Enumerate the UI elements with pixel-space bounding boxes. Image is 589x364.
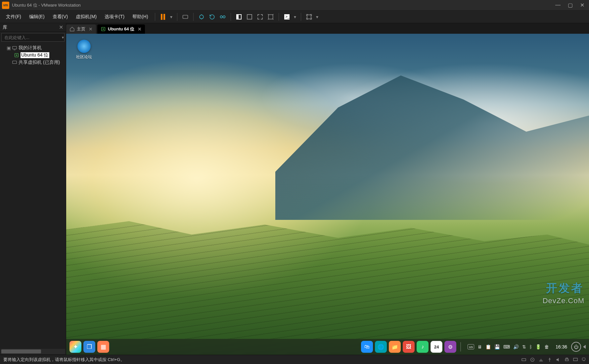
window-close-button[interactable]: ✕ [580, 2, 584, 8]
status-sound-icon[interactable] [556, 357, 561, 362]
svg-rect-9 [13, 61, 17, 63]
separator [279, 13, 279, 21]
tray-bluetooth-icon[interactable]: ᛒ [529, 344, 532, 349]
menu-view[interactable]: 查看(V) [49, 13, 71, 21]
dock-app-browser[interactable]: 🌐 [375, 341, 387, 353]
svg-rect-15 [566, 358, 567, 359]
svg-rect-11 [522, 358, 526, 361]
vm-running-icon [14, 53, 19, 58]
snapshot-revert-button[interactable] [207, 12, 217, 21]
status-printer-icon[interactable] [564, 357, 569, 362]
dock-multitask-button[interactable]: ❐ [83, 341, 95, 353]
tray-battery-icon[interactable]: 🔋 [535, 344, 541, 349]
tray-network-icon[interactable]: ⇅ [522, 344, 526, 349]
status-usb-icon[interactable] [547, 357, 552, 362]
dock-launcher-button[interactable]: ✦ [69, 341, 81, 353]
tab-home[interactable]: 主页 ✕ [66, 24, 96, 34]
tray-volume-icon[interactable]: 🔊 [513, 344, 519, 349]
dock-separator [460, 342, 461, 351]
send-ctrl-alt-del-button[interactable] [181, 12, 190, 21]
menu-file[interactable]: 文件(F) [3, 13, 24, 21]
status-hint: 要将输入定向到该虚拟机，请将鼠标指针移入其中或按 Ctrl+G。 [3, 357, 125, 363]
tray-disk-icon[interactable]: 💾 [494, 344, 500, 349]
dock-app-files[interactable]: 📁 [389, 341, 401, 353]
tray-monitor-icon[interactable]: 🖥 [477, 344, 482, 349]
pause-icon [161, 14, 165, 20]
tab-close-button[interactable]: ✕ [89, 26, 93, 32]
guest-vm-viewport[interactable]: 社区论坛 开发者 DevZe.CoM ✦ ❐ ▦ 🛍 🌐 📁 🖼 ♪ 24 ⚙ [66, 34, 589, 355]
tree-shared-vms[interactable]: 共享虚拟机 (已弃用) [1, 59, 65, 66]
dock-collapse-button[interactable] [583, 345, 586, 349]
status-network-icon[interactable] [538, 357, 544, 362]
tab-close-button[interactable]: ✕ [138, 26, 142, 32]
window-minimize-button[interactable]: — [555, 2, 561, 8]
snapshot-take-button[interactable] [197, 12, 206, 21]
tab-label: Ubuntu 64 位 [108, 26, 134, 32]
svg-rect-14 [565, 359, 568, 361]
dock-app-music[interactable]: ♪ [417, 341, 429, 353]
library-scrollbar[interactable] [1, 349, 65, 354]
library-close-button[interactable]: ✕ [59, 24, 63, 30]
fullscreen-button[interactable] [304, 12, 314, 21]
status-message-icon[interactable]: 🗨 [581, 357, 586, 362]
svg-rect-16 [573, 358, 577, 361]
tray-keyboard-icon[interactable]: ⌨ [503, 344, 510, 349]
tree-my-computer[interactable]: ▣ 我的计算机 [1, 44, 65, 52]
tray-clipboard-icon[interactable]: 📋 [485, 344, 491, 349]
dock-power-button[interactable]: ⏻ [571, 342, 581, 352]
status-hdd-icon[interactable] [521, 357, 526, 362]
vmware-status-bar: 要将输入定向到该虚拟机，请将鼠标指针移入其中或按 Ctrl+G。 🗨 [0, 355, 589, 364]
menu-vm[interactable]: 虚拟机(M) [72, 13, 100, 21]
view-console-button[interactable] [234, 12, 244, 21]
tray-ime-indicator[interactable]: us [468, 344, 474, 349]
library-search[interactable]: ▼ [1, 33, 65, 42]
tab-ubuntu-vm[interactable]: Ubuntu 64 位 ✕ [97, 24, 145, 34]
menu-edit[interactable]: 编辑(E) [26, 13, 48, 21]
tree-label: 我的计算机 [19, 45, 42, 51]
vm-running-icon [101, 26, 106, 32]
tree-label: 共享虚拟机 (已弃用) [19, 60, 60, 65]
search-dropdown-button[interactable]: ▼ [61, 36, 65, 39]
tray-trash-icon[interactable]: 🗑 [544, 344, 549, 349]
menu-help[interactable]: 帮助(H) [129, 13, 151, 21]
status-display-icon[interactable] [573, 357, 578, 362]
separator [231, 13, 231, 21]
dock-app-photos[interactable]: 🖼 [403, 341, 415, 353]
library-header: 库 ✕ [0, 23, 66, 32]
svg-rect-7 [13, 46, 17, 49]
library-panel: 库 ✕ ▼ ▣ 我的计算机 Ubuntu 64 位 共享虚拟机 (已弃用) [0, 23, 66, 355]
library-search-input[interactable] [3, 35, 61, 40]
scrollbar-thumb[interactable] [1, 349, 41, 353]
view-fit-button[interactable] [255, 12, 265, 21]
menu-toolbar: 文件(F) 编辑(E) 查看(V) 虚拟机(M) 选项卡(T) 帮助(H) ▾ … [0, 11, 589, 23]
svg-rect-4 [268, 15, 273, 19]
unity-mode-button[interactable]: >_ [282, 12, 292, 21]
home-icon [69, 26, 75, 32]
dock-tray: us 🖥 📋 💾 ⌨ 🔊 ⇅ ᛒ 🔋 🗑 [465, 344, 552, 349]
dock-showdesktop-button[interactable]: ▦ [97, 341, 109, 353]
dock-app-calendar[interactable]: 24 [430, 341, 442, 353]
tab-label: 主页 [77, 26, 85, 32]
watermark-cn: 开发者 [546, 281, 584, 296]
power-dropdown-button[interactable]: ▾ [169, 12, 174, 21]
view-thumbnail-button[interactable] [245, 12, 254, 21]
unity-dropdown-button[interactable]: ▾ [293, 12, 297, 21]
vmware-logo-icon: vm [2, 2, 9, 9]
separator [193, 13, 194, 21]
desktop-icon-forum[interactable]: 社区论坛 [73, 40, 95, 60]
separator [155, 13, 155, 21]
shared-icon [12, 60, 17, 65]
fullscreen-dropdown-button[interactable]: ▾ [315, 12, 320, 21]
snapshot-manager-button[interactable] [218, 12, 227, 21]
menu-tabs[interactable]: 选项卡(T) [101, 13, 128, 21]
window-maximize-button[interactable]: ▢ [568, 2, 573, 8]
pause-vm-button[interactable] [159, 12, 168, 21]
dock-app-settings[interactable]: ⚙ [444, 341, 456, 353]
dock-app-appstore[interactable]: 🛍 [361, 341, 373, 353]
view-stretch-button[interactable] [266, 12, 275, 21]
svg-point-13 [532, 359, 533, 360]
status-cd-icon[interactable] [530, 357, 535, 362]
dock-clock[interactable]: 16:36 [554, 344, 569, 349]
expand-icon: ▣ [7, 45, 11, 51]
tree-vm-ubuntu[interactable]: Ubuntu 64 位 [1, 52, 65, 59]
